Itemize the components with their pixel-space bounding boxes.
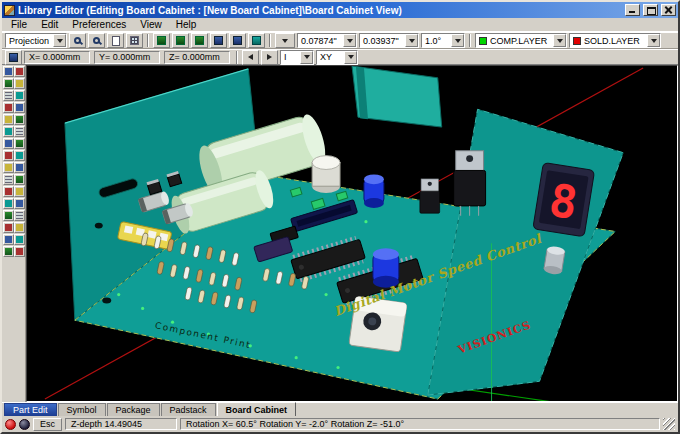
comp-layer-combo[interactable]: COMP.LAYER bbox=[475, 33, 567, 48]
chevron-down-icon[interactable] bbox=[451, 34, 464, 47]
toolbar-separator bbox=[147, 34, 149, 47]
view-front-button[interactable] bbox=[153, 33, 170, 48]
tool-button[interactable] bbox=[3, 186, 14, 197]
tab-board-cabinet[interactable]: Board Cabinet bbox=[217, 402, 297, 416]
capacitor-white bbox=[312, 156, 340, 193]
chevron-down-icon[interactable] bbox=[53, 34, 66, 47]
toolbar-main: Projection 0.07874" 0.03937" 1.0° bbox=[2, 32, 678, 49]
tool-button[interactable] bbox=[3, 198, 14, 209]
view-top-button[interactable] bbox=[172, 33, 189, 48]
tool-button[interactable] bbox=[3, 210, 14, 221]
left-toolbar bbox=[2, 65, 26, 402]
render-mode-button[interactable] bbox=[248, 33, 265, 48]
tool-button[interactable] bbox=[14, 150, 25, 161]
tool-button[interactable] bbox=[14, 114, 25, 125]
tool-button[interactable] bbox=[14, 186, 25, 197]
tab-padstack[interactable]: Padstack bbox=[161, 403, 216, 416]
resize-grip[interactable] bbox=[663, 418, 675, 430]
tool-button[interactable] bbox=[3, 138, 14, 149]
tool-button[interactable] bbox=[3, 174, 14, 185]
angle-step-combo[interactable]: 1.0° bbox=[421, 33, 465, 48]
rotation-readout: Rotation X= 60.5° Rotation Y= -2.0° Rota… bbox=[180, 418, 660, 430]
view-front-icon bbox=[157, 36, 166, 45]
record-status-icon[interactable] bbox=[5, 419, 16, 430]
tool-button[interactable] bbox=[14, 126, 25, 137]
arrow-right-icon bbox=[267, 54, 272, 60]
chevron-down-icon[interactable] bbox=[300, 51, 313, 64]
stop-status-icon[interactable] bbox=[19, 419, 30, 430]
toolbar-separator bbox=[269, 34, 271, 47]
maximize-button[interactable] bbox=[643, 4, 658, 16]
grid-toggle-button[interactable] bbox=[126, 33, 143, 48]
tool-button[interactable] bbox=[14, 210, 25, 221]
tool-button[interactable] bbox=[14, 66, 25, 77]
capacitor-blue-small bbox=[364, 174, 384, 208]
comp-layer-color-swatch bbox=[479, 37, 487, 45]
menu-preferences[interactable]: Preferences bbox=[65, 18, 133, 31]
minimize-button[interactable] bbox=[625, 4, 640, 16]
snap-spacing-combo[interactable]: 0.03937" bbox=[359, 33, 419, 48]
rotate-view-button[interactable] bbox=[210, 33, 227, 48]
projection-select[interactable]: Projection bbox=[5, 33, 67, 48]
tool-button[interactable] bbox=[3, 102, 14, 113]
board-cabinet-scene[interactable]: 8 Digital Motor Speed Control VISIONICS … bbox=[27, 66, 677, 401]
origin-button[interactable] bbox=[5, 50, 22, 65]
units-dropdown-button[interactable] bbox=[275, 33, 295, 48]
tool-button[interactable] bbox=[14, 234, 25, 245]
titlebar[interactable]: Library Editor (Editing Board Cabinet : … bbox=[2, 2, 678, 18]
step-back-button[interactable] bbox=[242, 50, 259, 65]
tool-button[interactable] bbox=[14, 222, 25, 233]
tool-button[interactable] bbox=[3, 126, 14, 137]
chevron-down-icon[interactable] bbox=[344, 51, 357, 64]
step-forward-button[interactable] bbox=[261, 50, 278, 65]
tool-button[interactable] bbox=[3, 222, 14, 233]
tool-button[interactable] bbox=[14, 90, 25, 101]
tool-button[interactable] bbox=[14, 198, 25, 209]
zdepth-readout: Z-depth 14.49045 bbox=[65, 418, 177, 430]
toolbar-separator bbox=[236, 51, 238, 64]
tool-button[interactable] bbox=[3, 246, 14, 257]
tab-symbol[interactable]: Symbol bbox=[58, 403, 106, 416]
tool-button[interactable] bbox=[3, 90, 14, 101]
tool-button[interactable] bbox=[14, 162, 25, 173]
tool-button[interactable] bbox=[3, 150, 14, 161]
toolbar-separator bbox=[469, 34, 471, 47]
axis-select-combo[interactable]: I bbox=[280, 50, 314, 65]
plane-select-combo[interactable]: XY bbox=[316, 50, 358, 65]
tool-button[interactable] bbox=[14, 78, 25, 89]
menu-edit[interactable]: Edit bbox=[34, 18, 65, 31]
menu-file[interactable]: File bbox=[4, 18, 34, 31]
esc-button[interactable]: Esc bbox=[33, 418, 62, 431]
chevron-down-icon[interactable] bbox=[647, 34, 660, 47]
chevron-down-icon[interactable] bbox=[343, 34, 356, 47]
view-3d-canvas[interactable]: 8 Digital Motor Speed Control VISIONICS … bbox=[26, 65, 678, 402]
tool-button[interactable] bbox=[3, 66, 14, 77]
close-button[interactable] bbox=[661, 4, 676, 16]
tool-button[interactable] bbox=[3, 114, 14, 125]
menubar: File Edit Preferences View Help bbox=[2, 18, 678, 32]
zoom-out-button[interactable] bbox=[88, 33, 105, 48]
tool-button[interactable] bbox=[3, 78, 14, 89]
menu-view[interactable]: View bbox=[133, 18, 169, 31]
tool-button[interactable] bbox=[14, 246, 25, 257]
pan-icon bbox=[233, 36, 242, 45]
zoom-extents-button[interactable] bbox=[107, 33, 124, 48]
chevron-down-icon[interactable] bbox=[553, 34, 566, 47]
tool-button[interactable] bbox=[14, 174, 25, 185]
tab-package[interactable]: Package bbox=[107, 403, 160, 416]
tool-button[interactable] bbox=[14, 138, 25, 149]
tool-button[interactable] bbox=[3, 162, 14, 173]
rotate-icon bbox=[214, 36, 223, 45]
view-side-button[interactable] bbox=[191, 33, 208, 48]
chevron-down-icon[interactable] bbox=[405, 34, 418, 47]
sold-layer-combo[interactable]: SOLD.LAYER bbox=[569, 33, 661, 48]
zoom-in-button[interactable] bbox=[69, 33, 86, 48]
pan-view-button[interactable] bbox=[229, 33, 246, 48]
grid-spacing-combo[interactable]: 0.07874" bbox=[297, 33, 357, 48]
tool-button[interactable] bbox=[3, 234, 14, 245]
pcb-mounting-hole bbox=[102, 298, 111, 304]
page-icon bbox=[112, 36, 120, 46]
tool-button[interactable] bbox=[14, 102, 25, 113]
tab-part-edit[interactable]: Part Edit bbox=[4, 403, 57, 416]
menu-help[interactable]: Help bbox=[169, 18, 204, 31]
